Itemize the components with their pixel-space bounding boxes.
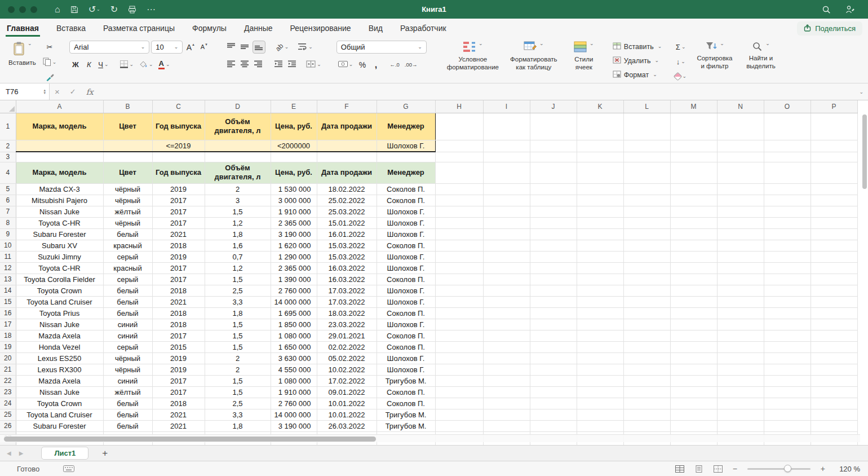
copy-button[interactable]: ⌄: [41, 56, 59, 69]
cell[interactable]: [577, 386, 623, 398]
cell[interactable]: [764, 319, 811, 330]
cell[interactable]: [764, 217, 811, 228]
cell[interactable]: [483, 152, 530, 162]
cell[interactable]: [623, 364, 670, 375]
cell[interactable]: [435, 386, 483, 398]
number-format-select[interactable]: Общий⌄: [336, 41, 427, 54]
tab-recenzirovanie[interactable]: Рецензирование: [289, 20, 352, 37]
cell[interactable]: Honda Vezel: [16, 341, 103, 352]
cell[interactable]: [811, 330, 857, 341]
cell[interactable]: [811, 217, 857, 228]
align-center-button[interactable]: [239, 58, 251, 71]
cell[interactable]: [811, 262, 857, 274]
cell[interactable]: [577, 296, 623, 307]
format-painter-button[interactable]: [41, 71, 59, 84]
cell[interactable]: 1 290 000: [271, 251, 317, 262]
cell[interactable]: 1,6: [205, 240, 271, 251]
cell[interactable]: [103, 152, 152, 162]
zoom-level-label[interactable]: 120 %: [835, 465, 860, 473]
cell[interactable]: 1 390 000: [271, 274, 317, 285]
cell[interactable]: [717, 364, 764, 375]
cell[interactable]: [530, 285, 577, 296]
cell[interactable]: синий: [103, 319, 152, 330]
cell[interactable]: [717, 409, 764, 420]
cell[interactable]: Цена, руб.: [271, 113, 317, 140]
cell[interactable]: [623, 386, 670, 398]
find-select-button[interactable]: ⌄ Найти и выделить: [741, 41, 781, 83]
cell[interactable]: Соколов П.: [377, 341, 435, 352]
cell[interactable]: [483, 352, 530, 364]
cell[interactable]: 1,5: [205, 330, 271, 341]
row-number[interactable]: 24: [0, 398, 16, 409]
row-number[interactable]: 8: [0, 217, 16, 228]
cell[interactable]: Соколов П.: [377, 240, 435, 251]
cell[interactable]: [16, 152, 103, 162]
cell[interactable]: [435, 341, 483, 352]
cell[interactable]: [811, 319, 857, 330]
cell[interactable]: [811, 183, 857, 195]
cell[interactable]: Nissan Juke: [16, 319, 103, 330]
cell[interactable]: [717, 296, 764, 307]
cell[interactable]: [717, 251, 764, 262]
cell[interactable]: [530, 152, 577, 162]
cell[interactable]: [670, 195, 717, 206]
column-header[interactable]: C: [152, 100, 205, 113]
cell[interactable]: [483, 296, 530, 307]
cell[interactable]: [670, 319, 717, 330]
accounting-format-button[interactable]: ⌄: [336, 58, 355, 71]
cell[interactable]: Шолохов Г.: [377, 285, 435, 296]
cell[interactable]: [530, 262, 577, 274]
cell[interactable]: [577, 274, 623, 285]
row-number[interactable]: 4: [0, 162, 16, 183]
tab-formuly[interactable]: Формулы: [191, 20, 228, 37]
cell[interactable]: белый: [103, 307, 152, 319]
cell[interactable]: [670, 274, 717, 285]
cell[interactable]: [623, 251, 670, 262]
cell[interactable]: [577, 251, 623, 262]
cell[interactable]: 02.02.2022: [317, 341, 377, 352]
cell[interactable]: 26.03.2022: [317, 420, 377, 431]
font-size-select[interactable]: 10⌄: [151, 41, 183, 54]
row-number[interactable]: 17: [0, 319, 16, 330]
cell[interactable]: [530, 296, 577, 307]
cell[interactable]: Lexus RX300: [16, 364, 103, 375]
cell[interactable]: [717, 162, 764, 183]
cell[interactable]: [577, 217, 623, 228]
cell[interactable]: 15.01.2022: [317, 217, 377, 228]
tab-glavnaya[interactable]: Главная: [6, 20, 40, 37]
cell[interactable]: 2019: [152, 352, 205, 364]
cell[interactable]: 25.03.2022: [317, 206, 377, 217]
column-header[interactable]: B: [103, 100, 152, 113]
cell[interactable]: [435, 274, 483, 285]
cell[interactable]: 3,3: [205, 409, 271, 420]
cell[interactable]: [717, 307, 764, 319]
cell[interactable]: [577, 364, 623, 375]
cell[interactable]: 1,8: [205, 307, 271, 319]
column-header[interactable]: P: [811, 100, 857, 113]
cell[interactable]: Шолохов Г.: [377, 206, 435, 217]
cell[interactable]: [530, 240, 577, 251]
cell[interactable]: [530, 364, 577, 375]
conditional-formatting-button[interactable]: ⌄ Условное форматирование: [446, 41, 500, 72]
cell[interactable]: [483, 386, 530, 398]
percent-style-button[interactable]: %: [356, 58, 368, 71]
cell[interactable]: [623, 375, 670, 386]
cell[interactable]: [577, 113, 623, 140]
cell[interactable]: Год выпуска: [152, 113, 205, 140]
cell[interactable]: [530, 420, 577, 431]
cell[interactable]: 17.03.2022: [317, 296, 377, 307]
cell[interactable]: Toyota Prius: [16, 307, 103, 319]
cell[interactable]: 2017: [152, 217, 205, 228]
cell[interactable]: 2017: [152, 195, 205, 206]
cell[interactable]: [811, 386, 857, 398]
cell[interactable]: 3: [205, 195, 271, 206]
cell[interactable]: [435, 217, 483, 228]
cell[interactable]: [717, 152, 764, 162]
cell[interactable]: Toyota C-HR: [16, 262, 103, 274]
cell[interactable]: 2: [205, 364, 271, 375]
cell[interactable]: Mazda Axela: [16, 330, 103, 341]
cell[interactable]: [435, 409, 483, 420]
cell[interactable]: [764, 375, 811, 386]
cell[interactable]: белый: [103, 420, 152, 431]
cell[interactable]: [670, 262, 717, 274]
